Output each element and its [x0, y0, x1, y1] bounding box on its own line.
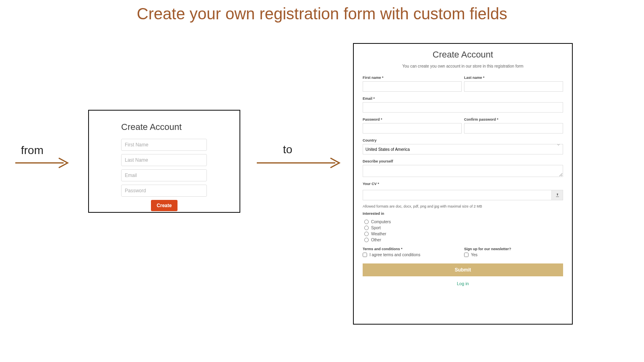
first-name-label: First name *	[363, 76, 462, 80]
extended-form-card: Create Account You can create you own ac…	[353, 43, 573, 325]
from-label: from	[21, 144, 43, 157]
simple-form-title: Create Account	[121, 122, 207, 132]
last-name-label: Last name *	[464, 76, 563, 80]
to-label: to	[283, 143, 292, 156]
submit-button[interactable]: Submit	[363, 263, 563, 276]
interested-option[interactable]: Other	[364, 238, 563, 242]
confirm-password-label: Confirm password *	[464, 117, 563, 121]
terms-checkbox[interactable]: I agree terms and conditions	[363, 253, 462, 257]
country-select[interactable]: United States of America	[363, 144, 563, 154]
arrow-icon	[257, 157, 341, 169]
password-input[interactable]	[121, 185, 207, 197]
password-field[interactable]	[363, 123, 462, 134]
interested-label: Interested in	[363, 212, 563, 216]
cv-upload-button[interactable]	[552, 190, 563, 200]
password-label: Password *	[363, 117, 462, 121]
cv-hint: Allowed formats are doc, docx, pdf, png …	[363, 204, 563, 208]
newsletter-label: Sign up for our newsletter?	[464, 247, 563, 251]
first-name-input[interactable]	[121, 139, 207, 151]
arrow-icon	[15, 157, 70, 169]
country-label: Country	[363, 138, 563, 142]
cv-label: Your CV *	[363, 182, 563, 186]
interested-option[interactable]: Computers	[364, 220, 563, 224]
confirm-password-field[interactable]	[464, 123, 563, 134]
page-title: Create your own registration form with c…	[0, 5, 644, 23]
interested-option[interactable]: Sport	[364, 226, 563, 230]
last-name-field[interactable]	[464, 81, 563, 92]
describe-label: Describe yourself	[363, 159, 563, 163]
extended-form-title: Create Account	[363, 49, 563, 60]
email-field[interactable]	[363, 102, 563, 113]
cv-file-display	[363, 190, 552, 200]
login-link[interactable]: Log in	[363, 281, 563, 286]
terms-label: Terms and conditions *	[363, 247, 462, 251]
upload-icon	[555, 193, 560, 197]
extended-form-subtitle: You can create you own account in our st…	[363, 64, 563, 68]
create-button[interactable]: Create	[151, 200, 177, 211]
newsletter-checkbox[interactable]: Yes	[464, 253, 563, 257]
email-input[interactable]	[121, 169, 207, 181]
first-name-field[interactable]	[363, 81, 462, 92]
interested-option[interactable]: Weather	[364, 232, 563, 236]
email-label: Email *	[363, 97, 563, 101]
describe-textarea[interactable]	[363, 165, 563, 177]
last-name-input[interactable]	[121, 154, 207, 166]
simple-form-card: Create Account Create	[88, 110, 240, 213]
